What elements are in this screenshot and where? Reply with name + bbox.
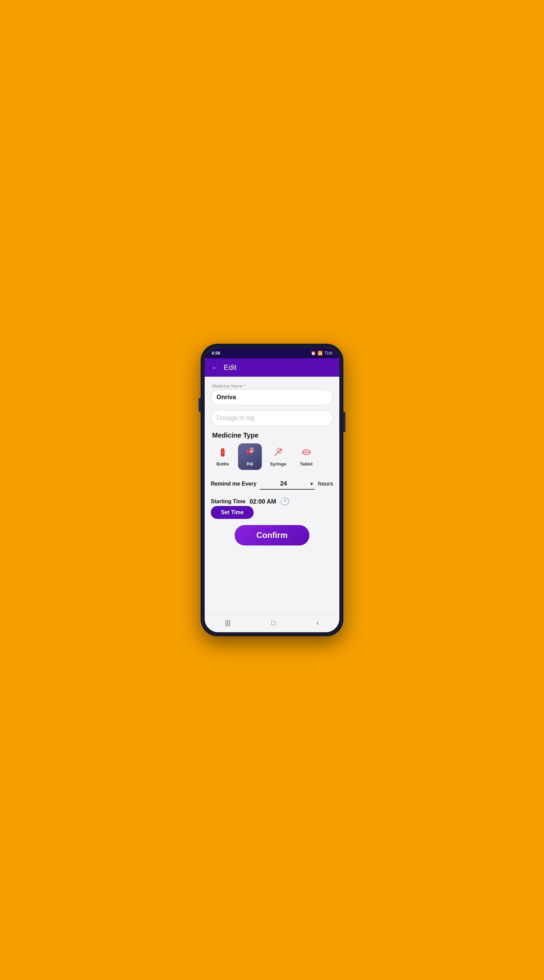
confirm-button[interactable]: Confirm [235, 525, 309, 546]
svg-point-10 [280, 449, 282, 450]
status-icons: ⏰ 📶 71% [311, 351, 333, 356]
phone-device: 4:56 ⏰ 📶 71% ← Edit Medicine Name * [201, 344, 343, 636]
dosage-group [211, 410, 333, 426]
med-type-syringe[interactable]: Syringe [265, 443, 291, 470]
clock-icon[interactable]: 🕐 [280, 497, 289, 506]
syringe-icon [273, 447, 284, 460]
hours-label: hours [318, 481, 333, 487]
back-button[interactable]: ← [211, 364, 218, 372]
bottle-label: Bottle [217, 461, 229, 466]
starting-time-value: 02:00 AM [249, 498, 276, 505]
starting-time-row: Starting Time 02:00 AM 🕐 [211, 497, 289, 506]
dosage-input[interactable] [211, 410, 333, 426]
medicine-type-selector: + Bottle [211, 443, 333, 470]
tablet-label: Tablet [300, 461, 312, 466]
starting-time-section: Starting Time 02:00 AM 🕐 Set Time [211, 497, 333, 525]
remind-select-wrapper: 1 2 4 6 8 12 24 ▼ [260, 478, 314, 490]
svg-line-7 [275, 450, 281, 455]
medicine-name-group: Medicine Name * [211, 383, 333, 405]
alarm-icon: ⏰ [311, 351, 316, 356]
svg-text:+: + [222, 451, 224, 454]
form-content: Medicine Name * Medicine Type + [205, 377, 339, 614]
starting-time-label: Starting Time [211, 498, 246, 504]
app-bar: ← Edit [205, 358, 339, 377]
medicine-type-label: Medicine Type [212, 431, 333, 439]
remind-label: Remind me Every [211, 481, 256, 487]
tablet-icon [301, 447, 312, 460]
status-bar: 4:56 ⏰ 📶 71% [205, 348, 339, 358]
bottle-icon: + [217, 447, 228, 460]
remind-hours-select[interactable]: 1 2 4 6 8 12 24 [260, 478, 314, 490]
pill-icon [244, 447, 255, 460]
svg-rect-1 [222, 448, 224, 450]
svg-line-9 [275, 455, 275, 456]
medicine-name-input[interactable] [211, 389, 333, 405]
home-button[interactable]: □ [271, 619, 275, 627]
signal-icon: 📶 [317, 351, 323, 356]
page-title: Edit [224, 363, 236, 372]
med-type-tablet[interactable]: Tablet [295, 443, 318, 470]
bottom-nav: ||| □ ‹ [205, 614, 339, 632]
status-time: 4:56 [211, 350, 220, 356]
pill-label: Pill [246, 461, 253, 466]
med-type-bottle[interactable]: + Bottle [211, 443, 235, 470]
remind-row: Remind me Every 1 2 4 6 8 12 24 ▼ hours [211, 477, 333, 491]
medicine-name-label: Medicine Name * [211, 383, 333, 388]
back-nav-button[interactable]: ‹ [317, 619, 319, 627]
recent-apps-button[interactable]: ||| [225, 619, 230, 627]
battery-status: 71% [324, 351, 333, 356]
phone-screen: 4:56 ⏰ 📶 71% ← Edit Medicine Name * [205, 348, 339, 632]
syringe-label: Syringe [270, 461, 286, 466]
set-time-button[interactable]: Set Time [211, 506, 254, 519]
med-type-pill[interactable]: Pill [238, 443, 262, 470]
